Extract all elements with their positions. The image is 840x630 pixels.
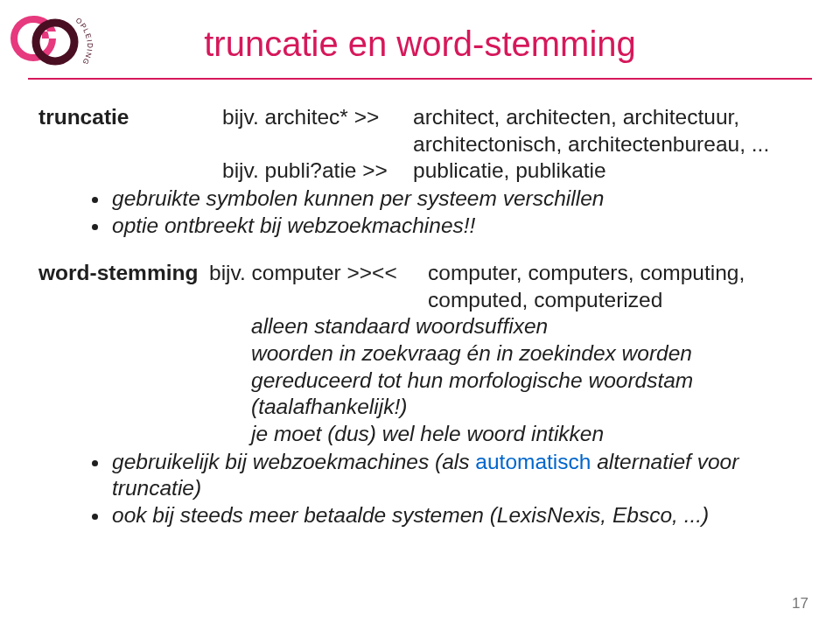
stemming-ex-left: bijv. computer >><< [209, 260, 428, 313]
stemming-note-3: je moet (dus) wel hele woord intikken [251, 421, 802, 448]
stemming-notes: alleen standaard woordsuffixen woorden i… [38, 313, 802, 447]
truncatie-label: truncatie [38, 104, 222, 158]
truncatie-ex1-left: bijv. architec* >> [222, 104, 413, 158]
list-item: gebruikelijk bij webzoekmachines (als au… [110, 449, 802, 502]
stemming-ex-right: computer, computers, computing, computed… [428, 260, 802, 313]
stemming-note-1: alleen standaard woordsuffixen [251, 313, 802, 340]
text-span: gebruikelijk bij webzoekmachines (als [112, 450, 475, 473]
slide-title: truncatie en word-stemming [0, 0, 840, 78]
truncatie-ex2-right: publicatie, publikatie [413, 158, 802, 185]
stemming-note-2: woorden in zoekvraag én in zoekindex wor… [251, 340, 802, 421]
truncatie-bullets: gebruikte symbolen kunnen per systeem ve… [38, 186, 802, 239]
truncatie-ex2-left: bijv. publi?atie >> [222, 158, 413, 185]
stemming-row: word-stemming bijv. computer >><< comput… [38, 260, 802, 313]
list-item: optie ontbreekt bij webzoekmachines!! [110, 213, 802, 240]
truncatie-ex1-right: architect, architecten, architectuur, ar… [413, 104, 802, 158]
truncatie-row-1: truncatie bijv. architec* >> architect, … [38, 104, 802, 158]
slide-body: truncatie bijv. architec* >> architect, … [0, 104, 840, 528]
list-item: ook bij steeds meer betaalde systemen (L… [110, 502, 802, 529]
title-underline [28, 78, 812, 80]
stemming-bullets: gebruikelijk bij webzoekmachines (als au… [38, 449, 802, 529]
stemming-label: word-stemming [38, 260, 209, 313]
list-item: gebruikte symbolen kunnen per systeem ve… [110, 186, 802, 213]
brand-logo: OPLEIDINGEN [7, 9, 94, 72]
link-text: automatisch [475, 450, 591, 473]
page-number: 17 [792, 595, 808, 612]
truncatie-row-2: bijv. publi?atie >> publicatie, publikat… [38, 158, 802, 185]
